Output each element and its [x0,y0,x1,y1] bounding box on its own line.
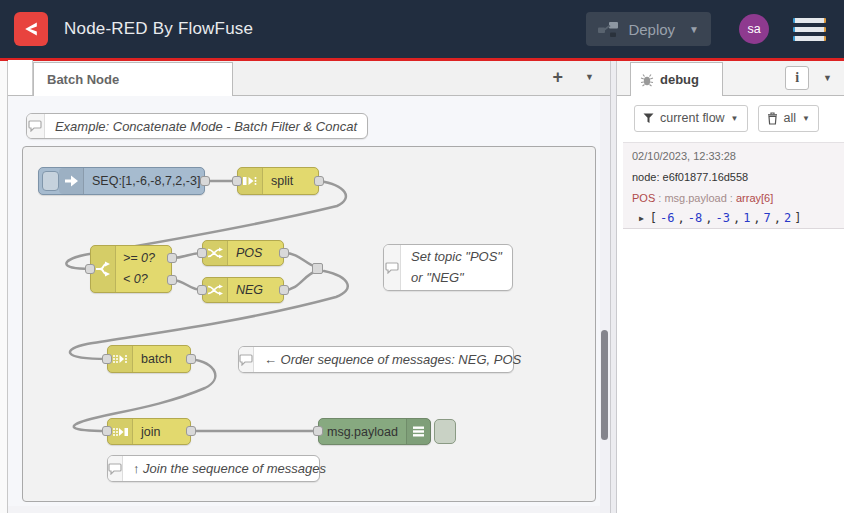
sidebar-tabbar: debug i ▼ [617,61,844,96]
debug-toolbar: current flow ▼ all ▼ [617,96,844,140]
change-node-neg[interactable]: NEG [202,277,284,303]
debug-node[interactable]: msg.payload [318,418,431,445]
deploy-dropdown-icon[interactable]: ▼ [689,24,699,35]
port-input[interactable] [197,248,207,258]
horizontal-scrollbar[interactable] [8,506,600,513]
comment-icon [239,347,254,372]
flow-canvas[interactable]: Example: Concatenate Mode - Batch Filter… [8,96,600,506]
debug-toggle-button[interactable] [434,419,456,444]
comment-icon [384,245,401,290]
menu-icon[interactable] [793,18,826,41]
junction-node[interactable] [312,263,323,274]
comment-node-join[interactable]: ↑ Join the sequence of messages [107,455,320,482]
scrollbar-thumb[interactable] [601,330,608,440]
port-output[interactable] [279,248,289,258]
port-input[interactable] [313,426,323,436]
port-output[interactable] [186,354,196,364]
join-label: join [133,425,168,439]
comment-icon [108,456,123,481]
inject-button[interactable] [42,171,59,191]
port-output[interactable] [167,275,177,285]
funnel-icon [643,113,654,124]
comment-text: or "NEG" [411,268,502,288]
inject-icon [59,168,84,194]
debug-timestamp: 02/10/2023, 12:33:28 [632,150,838,162]
bug-icon [640,73,654,87]
flowfuse-logo-icon [14,12,48,46]
change-pos-label: POS [228,246,270,260]
port-output[interactable] [200,176,210,186]
change-node-pos[interactable]: POS [202,240,284,266]
comment-node-settopic[interactable]: Set topic "POS" or "NEG" [383,244,513,291]
user-avatar[interactable]: sa [739,14,769,44]
port-input[interactable] [102,354,112,364]
comment-text: ↑ Join the sequence of messages [133,461,326,476]
debug-label: msg.payload [319,425,406,439]
comment-text: Example: Concatenate Mode - Batch Filter… [55,119,357,134]
comment-icon [27,114,45,138]
flow-tabbar: Batch Node + ▼ [8,61,610,96]
debug-icon [406,419,431,444]
add-flow-button[interactable]: + [553,68,564,86]
deploy-label: Deploy [628,21,675,38]
batch-label: batch [133,352,180,366]
comment-node-title[interactable]: Example: Concatenate Mode - Batch Filter… [26,113,368,139]
wires-layer [8,96,600,506]
sidebar-dropdown-icon[interactable]: ▼ [823,73,832,83]
header: Node-RED By FlowFuse Deploy ▼ sa [0,0,844,58]
tab-debug[interactable]: debug [630,62,723,96]
flow-list-icon[interactable]: ▼ [585,72,594,82]
port-input[interactable] [232,176,242,186]
inject-label: SEQ:[1,-6,-8,7,2,-3] [84,174,208,188]
debug-payload: ▶[-6,-8,-3,1,7,2] [632,211,838,225]
switch-rule-2: < 0? [123,271,155,289]
debug-message: 02/10/2023, 12:33:28 node: e6f01877.16d5… [623,142,844,229]
debug-meta: POS : msg.payload : array[6] [632,192,838,204]
filter-button[interactable]: current flow ▼ [634,105,748,132]
change-neg-label: NEG [228,283,271,297]
tab-debug-label: debug [660,72,699,87]
workspace: Batch Node + ▼ [0,61,610,513]
node-red-window: Node-RED By FlowFuse Deploy ▼ sa Batch N… [0,0,844,513]
comment-text: Set topic "POS" [411,247,502,267]
debug-type: array[6] [736,192,773,204]
port-output[interactable] [314,176,324,186]
chevron-down-icon: ▼ [802,114,810,123]
port-output[interactable] [186,426,196,436]
comment-node-order[interactable]: ← Order sequence of messages: NEG, POS [238,346,514,373]
vertical-scrollbar[interactable] [600,96,610,513]
clear-button[interactable]: all ▼ [758,105,819,132]
comment-text: ← Order sequence of messages: NEG, POS [264,352,521,367]
batch-node[interactable]: batch [107,345,191,373]
switch-node[interactable]: >= 0? < 0? [90,245,172,293]
port-input[interactable] [197,285,207,295]
split-label: split [263,174,301,188]
debug-sidebar: debug i ▼ current flow ▼ [617,61,844,513]
port-output[interactable] [167,253,177,263]
app-title: Node-RED By FlowFuse [64,19,586,39]
debug-property: msg.payload [664,192,726,204]
deploy-button[interactable]: Deploy ▼ [586,12,711,46]
trash-icon [767,112,778,125]
chevron-down-icon: ▼ [731,114,739,123]
deploy-nodes-icon [598,21,618,38]
expand-icon[interactable]: ▶ [639,214,644,223]
debug-node-id: node: e6f01877.16d558 [632,171,838,183]
inject-node[interactable]: SEQ:[1,-6,-8,7,2,-3] [38,167,205,195]
clear-label: all [784,111,797,125]
tab-batch-node[interactable]: Batch Node [33,62,233,96]
port-output[interactable] [279,285,289,295]
switch-rule-1: >= 0? [123,250,155,268]
join-node[interactable]: join [107,418,191,445]
filter-label: current flow [660,111,725,125]
split-node[interactable]: split [237,167,319,195]
port-input[interactable] [85,264,95,274]
port-input[interactable] [102,426,112,436]
sidebar-resize-handle[interactable] [610,61,617,513]
debug-topic: POS [632,192,655,204]
palette-strip[interactable] [0,61,8,513]
info-button[interactable]: i [785,66,809,90]
tab-scroll-left[interactable] [8,60,33,95]
